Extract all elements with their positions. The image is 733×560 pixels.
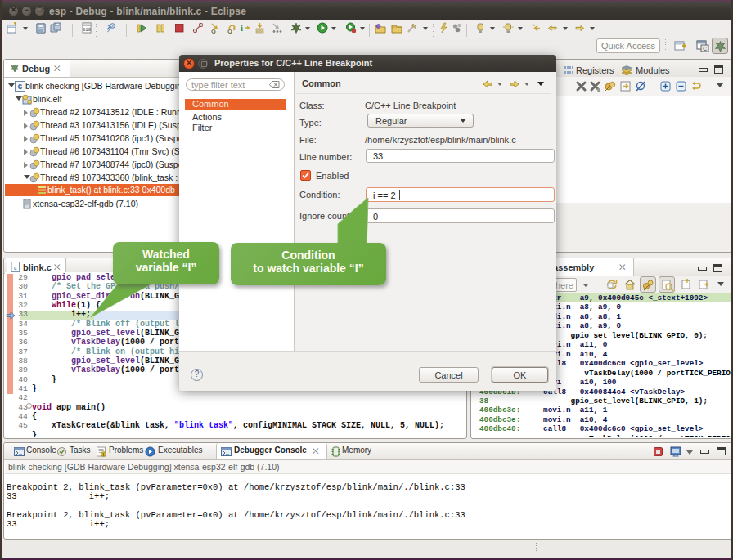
- svg-text:!: !: [103, 452, 105, 457]
- svg-text:010: 010: [83, 27, 91, 33]
- svg-text:C: C: [18, 83, 23, 92]
- svg-text:C: C: [703, 46, 707, 52]
- svg-text:c: c: [14, 265, 17, 271]
- svg-text:i: i: [241, 23, 243, 33]
